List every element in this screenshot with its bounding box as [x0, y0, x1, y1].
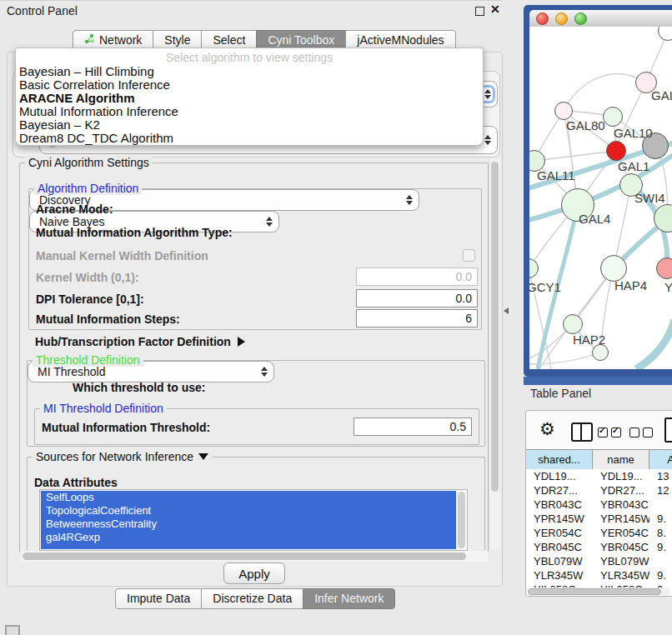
zoom-traffic-light-icon[interactable] [574, 12, 587, 25]
table-cell: YBR045C [526, 540, 593, 554]
close-traffic-light-icon[interactable] [536, 12, 549, 25]
kernel-width-field[interactable]: 0.0 [356, 268, 478, 286]
minimize-traffic-light-icon[interactable] [555, 12, 568, 25]
table-panel-title: Table Panel [530, 387, 591, 400]
algorithm-item-aracne-algorithm[interactable]: ARACNE Algorithm [16, 92, 483, 105]
column-header-name[interactable]: name [593, 450, 649, 470]
tab-label: Impute Data [127, 589, 190, 608]
table-cell: YDR27... [593, 483, 649, 498]
table-header: shared...nameA [526, 449, 672, 471]
gear-icon[interactable]: ⚙ [539, 419, 555, 439]
table-cell: 9. [649, 568, 672, 582]
algorithm-item-mutual-information-inference[interactable]: Mutual Information Inference [16, 105, 483, 118]
combo-stepper-icon[interactable] [263, 217, 274, 227]
mi-steps-field[interactable]: 6 [356, 309, 478, 328]
tab-infer-network[interactable]: Infer Network [303, 588, 395, 609]
algorithm-item-basic-correlation-inference[interactable]: Basic Correlation Inference [16, 78, 483, 92]
network-window-titlebar [529, 10, 672, 28]
table-horizontal-scrollbar[interactable] [528, 588, 669, 595]
mi-type-label: Mutual Information Algorithm Type: [36, 226, 233, 239]
control-panel-titlebar: Control Panel ✕ [0, 0, 502, 21]
kernel-width-label: Kernel Width (0,1): [36, 271, 139, 284]
list-scrollbar[interactable] [458, 492, 465, 548]
column-header-a[interactable]: A [649, 450, 672, 470]
table-row[interactable]: YIL052CYIL052C9. [526, 582, 672, 588]
algorithm-definition-group: Algorithm Definition Aracne Mode: Discov… [28, 188, 482, 330]
panel-collapse-arrow-icon[interactable] [504, 308, 509, 314]
node-gal80[interactable] [554, 102, 573, 120]
expand-arrow-icon[interactable] [238, 337, 245, 347]
settings-vertical-scrollbar[interactable] [489, 159, 500, 549]
table-row[interactable]: YBR043CYBR043C [526, 498, 672, 512]
dock-handle-icon[interactable] [5, 625, 20, 635]
cyni-algorithm-settings-group: Cyni Algorithm Settings Algorithm Defini… [19, 162, 489, 552]
table-cell: 9. [649, 540, 672, 554]
control-panel-title: Control Panel [7, 4, 78, 18]
algorithm-item-bayesian-k2[interactable]: Bayesian – K2 [16, 118, 483, 132]
table-cell: YLR345W [526, 568, 593, 582]
data-attributes-list[interactable]: SelfLoopsTopologicalCoefficientBetweenne… [39, 489, 468, 551]
node-bottom-small[interactable] [592, 344, 609, 361]
manual-kernel-label: Manual Kernel Width Definition [36, 249, 208, 262]
table-row[interactable]: YPR145WYPR145W9. [526, 512, 672, 526]
checked-columns-icon[interactable] [598, 426, 624, 441]
algorithm-item-dream8-dc-tdc-algorithm[interactable]: Dream8 DC_TDC Algorithm [16, 132, 483, 145]
threshold-definition-group: Threshold Definition Which threshold to … [27, 360, 485, 447]
node-label-gal11: GAL11 [537, 168, 575, 182]
attribute-item-gal4rgexp[interactable]: gal4RGexp [41, 531, 456, 544]
table-cell: YER054C [526, 526, 593, 540]
algorithm-list: Bayesian – Hill ClimbingBasic Correlatio… [16, 65, 483, 145]
mi-steps-label: Mutual Information Steps: [36, 312, 180, 326]
algorithm-item-bayesian-hill-climbing[interactable]: Bayesian – Hill Climbing [16, 65, 483, 78]
dpi-tolerance-field[interactable]: 0.0 [356, 289, 478, 308]
export-table-icon[interactable] [664, 418, 672, 442]
combo-stepper-icon[interactable] [258, 367, 269, 377]
table-cell: YER054C [593, 526, 649, 540]
sources-group: Sources for Network Inference Data Attri… [27, 457, 485, 551]
manual-kernel-checkbox[interactable] [463, 249, 475, 262]
close-icon[interactable]: ✕ [490, 2, 500, 16]
table-cell: YBR043C [593, 498, 649, 512]
network-canvas[interactable]: GALGAL80GAL10GAL1GAL11SWI4GAL4GCY1HAP4YH… [529, 27, 672, 369]
table-row[interactable]: YDL19...YDL19...13 [526, 469, 672, 483]
hub-definition-toggle[interactable]: Hub/Transcription Factor Definition [35, 335, 245, 348]
tab-impute-data[interactable]: Impute Data [115, 588, 202, 609]
node-label-gcy1: GCY1 [529, 280, 561, 294]
node-hap2[interactable] [563, 314, 583, 334]
table-cell: YPR145W [593, 512, 649, 526]
attribute-item-selfloops[interactable]: SelfLoops [41, 491, 456, 504]
data-attributes-selection: SelfLoopsTopologicalCoefficientBetweenne… [41, 491, 456, 549]
mi-threshold-group: MI Threshold Definition Mutual Informati… [34, 408, 479, 445]
table-row[interactable]: YER054CYER054C8. [526, 526, 672, 540]
tab-discretize-data[interactable]: Discretize Data [201, 588, 303, 609]
node-label-gal80: GAL80 [566, 118, 605, 132]
table-cell: YDL19... [526, 469, 593, 483]
sources-group-title[interactable]: Sources for Network Inference [33, 450, 212, 463]
table-row[interactable]: YBR045CYBR045C9. [526, 540, 672, 554]
columns-icon[interactable] [571, 422, 593, 442]
tab-label: Infer Network [314, 589, 384, 608]
column-header-shared[interactable]: shared... [526, 450, 593, 470]
settings-group-title: Cyni Algorithm Settings [25, 156, 153, 169]
apply-button[interactable]: Apply [223, 562, 285, 584]
table-row[interactable]: YDR27...YDR27...12 [526, 483, 672, 498]
unchecked-columns-icon[interactable] [629, 426, 656, 441]
hub-definition-label: Hub/Transcription Factor Definition [35, 335, 231, 348]
mi-threshold-field[interactable]: 0.5 [354, 418, 472, 436]
table-row[interactable]: YBL079WYBL079W [526, 554, 672, 568]
table-cell: YDL19... [593, 469, 649, 483]
tab-label: Discretize Data [213, 589, 292, 608]
node-gal10[interactable] [603, 107, 623, 127]
collapse-arrow-icon[interactable] [198, 453, 208, 460]
combo-stepper-icon[interactable] [404, 195, 414, 205]
attribute-item-betweennesscentrality[interactable]: BetweennessCentrality [41, 518, 456, 531]
node-salmon[interactable] [656, 258, 672, 279]
bottom-tab-bar: Impute DataDiscretize DataInfer Network [116, 588, 395, 609]
node-red[interactable] [606, 141, 626, 161]
float-window-icon[interactable] [475, 7, 484, 16]
settings-horizontal-scrollbar[interactable] [21, 551, 488, 562]
which-threshold-label: Which threshold to use: [73, 381, 205, 394]
attribute-item-topologicalcoefficient[interactable]: TopologicalCoefficient [41, 504, 456, 518]
node-label-hap4: HAP4 [614, 278, 647, 292]
table-row[interactable]: YLR345WYLR345W9. [526, 568, 672, 582]
